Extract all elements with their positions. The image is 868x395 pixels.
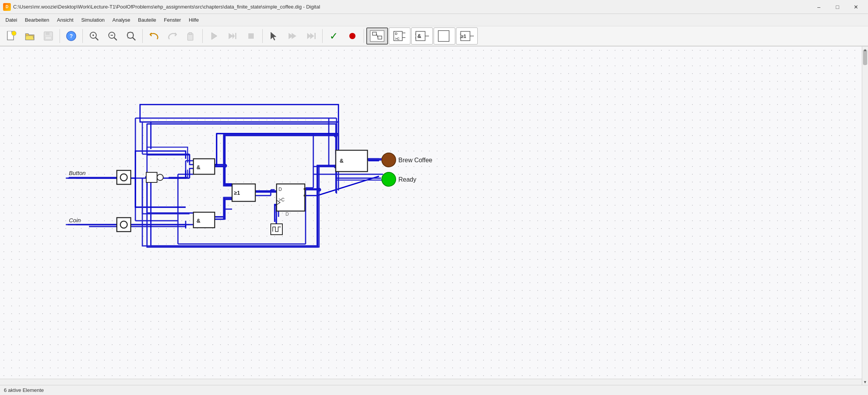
svg-text:&: & [196, 164, 200, 170]
vertical-scrollbar[interactable]: ▲ ▼ [862, 46, 868, 385]
svg-text:≥1: ≥1 [461, 34, 466, 39]
horizontal-scrollbar[interactable] [0, 379, 862, 385]
zoom-out-btn[interactable] [104, 27, 121, 45]
run-btn[interactable]: ✓ [325, 27, 343, 45]
svg-text:D: D [285, 211, 289, 217]
svg-text:?: ? [70, 33, 73, 39]
sep3 [142, 29, 143, 43]
svg-point-139 [223, 164, 227, 168]
or-gate-btn[interactable]: ≥1 [456, 27, 478, 45]
scroll-down-btn[interactable]: ▼ [862, 379, 868, 385]
svg-text:&: & [196, 218, 200, 224]
open-btn[interactable] [21, 27, 39, 45]
svg-rect-23 [235, 33, 236, 39]
svg-rect-4 [46, 32, 50, 35]
and-gate-3: & [336, 150, 367, 172]
sep4 [202, 29, 203, 43]
close-button[interactable]: ✕ [847, 1, 865, 13]
brew-coffee-label: Brew Coffee [398, 157, 432, 163]
ready-label: Ready [398, 176, 416, 183]
statusbar: 6 aktive Elemente [0, 385, 868, 395]
zoom-in-btn[interactable] [85, 27, 103, 45]
svg-point-146 [157, 174, 163, 180]
svg-rect-30 [314, 33, 316, 39]
and-gate-2: & [193, 212, 215, 228]
stop-btn[interactable] [242, 27, 260, 45]
svg-text:D: D [395, 32, 398, 36]
run-fwd-btn[interactable] [284, 27, 301, 45]
coin-label: Coin [69, 217, 81, 223]
ff-btn[interactable]: D >C [389, 27, 410, 45]
redo-btn[interactable] [164, 27, 181, 45]
help-btn[interactable]: ? [62, 27, 80, 45]
svg-point-158 [304, 188, 306, 190]
fast-fwd-btn[interactable] [302, 27, 320, 45]
status-text: 6 aktive Elemente [4, 387, 44, 393]
svg-rect-143 [117, 170, 131, 184]
svg-text:>C: >C [395, 37, 400, 41]
sep2 [82, 29, 83, 43]
clock [271, 224, 282, 235]
menubar: Datei Bearbeiten Ansicht Simulation Anal… [0, 14, 868, 26]
svg-text:≥1: ≥1 [234, 190, 240, 196]
circuit-diagram: Button Coin & & [0, 46, 868, 385]
menu-bauteile[interactable]: Bauteile [134, 15, 160, 24]
menu-fenster[interactable]: Fenster [160, 15, 185, 24]
svg-rect-46 [438, 31, 449, 41]
play-btn[interactable] [205, 27, 223, 45]
svg-point-2 [12, 31, 16, 36]
svg-point-164 [382, 153, 396, 167]
sep6 [322, 29, 323, 43]
window-title: C:\Users\mr.woozie\Desktop\Work\Lecture-… [13, 4, 810, 10]
svg-marker-25 [271, 32, 276, 40]
svg-line-16 [133, 38, 135, 40]
button-label: Button [69, 170, 85, 176]
sep1 [60, 29, 60, 43]
svg-point-159 [304, 194, 306, 197]
mux-btn[interactable] [434, 27, 455, 45]
scroll-up-btn[interactable]: ▲ [862, 46, 868, 53]
svg-point-141 [334, 134, 338, 137]
svg-marker-20 [212, 33, 217, 40]
and-gate-btn[interactable]: & [411, 27, 433, 45]
paste-btn[interactable] [182, 27, 200, 45]
select-btn[interactable] [265, 27, 283, 45]
menu-bearbeiten[interactable]: Bearbeiten [21, 15, 53, 24]
zoom-fit-btn[interactable] [122, 27, 140, 45]
svg-point-140 [317, 188, 321, 192]
svg-rect-24 [248, 33, 254, 39]
menu-analyse[interactable]: Analyse [109, 15, 134, 24]
new-btn[interactable] [2, 27, 20, 45]
menu-hilfe[interactable]: Hilfe [185, 15, 203, 24]
app-icon: D [3, 3, 11, 11]
canvas-area[interactable]: Button Coin & & [0, 46, 868, 385]
and-gate-1: & [193, 159, 215, 174]
save-btn[interactable] [39, 27, 57, 45]
undo-btn[interactable] [145, 27, 163, 45]
svg-point-165 [382, 172, 396, 186]
menu-datei[interactable]: Datei [2, 15, 21, 24]
menu-simulation[interactable]: Simulation [77, 15, 109, 24]
svg-rect-147 [117, 218, 131, 232]
svg-rect-19 [189, 33, 192, 34]
step-fwd-btn[interactable] [224, 27, 241, 45]
svg-text:D: D [279, 187, 282, 192]
or-gate: ≥1 [232, 184, 255, 201]
fsm-btn[interactable] [366, 27, 388, 45]
minimize-button[interactable]: – [810, 1, 828, 13]
svg-point-31 [349, 33, 355, 39]
record-btn[interactable] [343, 27, 361, 45]
svg-marker-29 [310, 33, 314, 39]
toolbar: ? [0, 26, 868, 46]
sep5 [262, 29, 263, 43]
svg-line-11 [96, 38, 98, 40]
svg-rect-17 [128, 33, 133, 38]
menu-ansicht[interactable]: Ansicht [53, 15, 77, 24]
titlebar: D C:\Users\mr.woozie\Desktop\Work\Lectur… [0, 0, 868, 14]
svg-rect-145 [146, 172, 157, 182]
svg-point-15 [127, 32, 133, 38]
maximize-button[interactable]: □ [829, 1, 846, 13]
svg-text:>C: >C [279, 197, 285, 203]
svg-text:&: & [417, 33, 421, 39]
svg-rect-5 [45, 36, 51, 40]
